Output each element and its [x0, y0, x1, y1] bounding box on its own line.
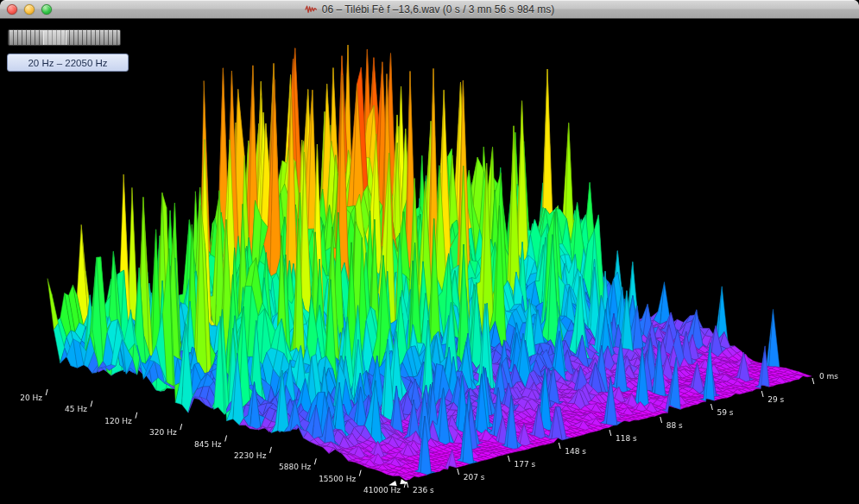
minimize-button[interactable]	[24, 4, 35, 15]
spectrogram-view: 20 Hz45 Hz120 Hz320 Hz845 Hz2230 Hz5880 …	[0, 19, 859, 504]
title-area: 06 – Tilébi Fè f –13,6.wav (0 s / 3 mn 5…	[305, 3, 554, 16]
titlebar[interactable]: 06 – Tilébi Fè f –13,6.wav (0 s / 3 mn 5…	[0, 0, 859, 19]
frequency-range-button[interactable]: 20 Hz – 22050 Hz	[7, 54, 129, 72]
window-title: 06 – Tilébi Fè f –13,6.wav (0 s / 3 mn 5…	[322, 3, 554, 16]
ruler-thumb[interactable]	[43, 30, 66, 45]
app-window: 06 – Tilébi Fè f –13,6.wav (0 s / 3 mn 5…	[0, 0, 859, 504]
close-button[interactable]	[7, 4, 17, 15]
waterfall-3d-surface[interactable]	[0, 19, 859, 504]
zoom-window-button[interactable]	[41, 4, 52, 15]
zoom-ruler[interactable]	[8, 29, 121, 46]
traffic-lights	[7, 0, 52, 19]
waveform-doc-icon	[305, 4, 318, 15]
